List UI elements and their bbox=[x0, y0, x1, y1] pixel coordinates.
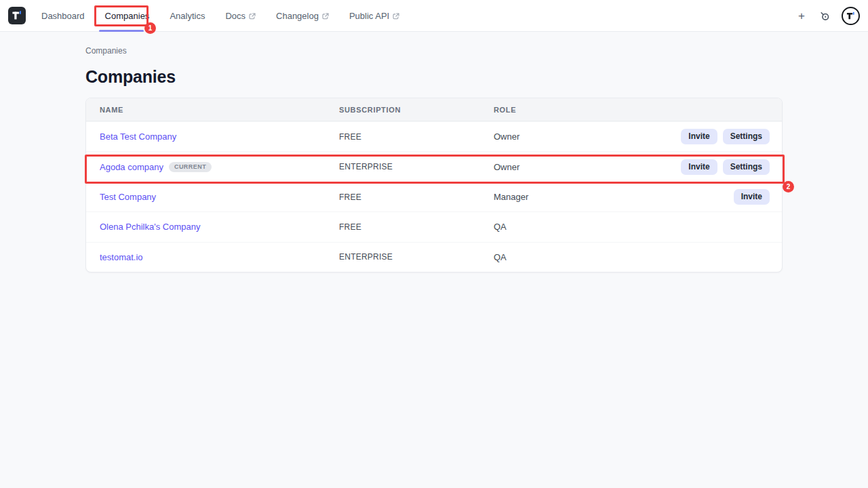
table-header-row: NAME SUBSCRIPTION ROLE bbox=[86, 98, 782, 121]
external-link-icon bbox=[393, 13, 399, 20]
nav-public-api[interactable]: Public API bbox=[349, 0, 399, 32]
company-link[interactable]: Agoda company bbox=[100, 162, 163, 172]
role-value: QA bbox=[494, 252, 770, 262]
settings-button[interactable]: Settings bbox=[723, 159, 770, 175]
invite-button[interactable]: Invite bbox=[681, 129, 717, 144]
table-row: testomat.io ENTERPRISE QA bbox=[86, 242, 782, 272]
nav-changelog-label: Changelog bbox=[276, 0, 319, 32]
column-header-subscription: SUBSCRIPTION bbox=[339, 106, 494, 114]
table-row-current: Agoda company CURRENT ENTERPRISE Owner I… bbox=[86, 151, 782, 181]
subscription-value: FREE bbox=[339, 132, 494, 142]
nav-public-api-label: Public API bbox=[349, 0, 389, 32]
nav-changelog[interactable]: Changelog bbox=[276, 0, 329, 32]
nav-docs-label: Docs bbox=[225, 0, 245, 32]
nav-docs[interactable]: Docs bbox=[225, 0, 256, 32]
role-value: Owner bbox=[494, 162, 681, 172]
nav-analytics[interactable]: Analytics bbox=[170, 0, 205, 32]
subscription-value: ENTERPRISE bbox=[339, 252, 494, 262]
invite-button[interactable]: Invite bbox=[681, 159, 717, 175]
column-header-role: ROLE bbox=[494, 106, 770, 114]
search-icon[interactable] bbox=[818, 10, 831, 22]
role-value: Owner bbox=[494, 131, 681, 142]
external-link-icon bbox=[249, 13, 256, 20]
table-row: Beta Test Company FREE Owner Invite Sett… bbox=[86, 121, 782, 151]
subscription-value: ENTERPRISE bbox=[339, 162, 494, 171]
avatar-logo-icon bbox=[845, 10, 856, 22]
annotation-step-badge: 2 bbox=[783, 181, 794, 192]
column-header-name: NAME bbox=[100, 106, 339, 114]
nav-dashboard[interactable]: Dashboard bbox=[41, 0, 85, 32]
company-link[interactable]: Olena Pchilka's Company bbox=[100, 222, 200, 232]
company-link[interactable]: testomat.io bbox=[100, 252, 143, 262]
breadcrumb[interactable]: Companies bbox=[85, 46, 127, 56]
top-navigation-bar: Dashboard Companies Analytics Docs Chang… bbox=[0, 0, 868, 32]
invite-button[interactable]: Invite bbox=[734, 189, 770, 205]
table-row: Test Company FREE Manager Invite bbox=[86, 182, 782, 211]
primary-nav: Dashboard Companies Analytics Docs Chang… bbox=[41, 0, 399, 32]
app-logo[interactable] bbox=[8, 7, 26, 24]
role-value: Manager bbox=[494, 192, 734, 202]
table-row: Olena Pchilka's Company FREE QA bbox=[86, 211, 782, 241]
company-link[interactable]: Beta Test Company bbox=[100, 131, 176, 142]
topbar-actions: + bbox=[795, 0, 860, 32]
subscription-value: FREE bbox=[339, 192, 494, 202]
external-link-icon bbox=[322, 13, 329, 20]
subscription-value: FREE bbox=[339, 222, 494, 232]
nav-companies[interactable]: Companies bbox=[105, 0, 150, 32]
add-button[interactable]: + bbox=[795, 9, 808, 23]
current-badge: CURRENT bbox=[169, 162, 212, 172]
companies-table: NAME SUBSCRIPTION ROLE Beta Test Company… bbox=[85, 98, 783, 272]
user-avatar[interactable] bbox=[842, 7, 860, 25]
settings-button[interactable]: Settings bbox=[723, 129, 770, 144]
role-value: QA bbox=[494, 222, 770, 232]
page-title: Companies bbox=[85, 67, 176, 87]
company-link[interactable]: Test Company bbox=[100, 192, 156, 202]
active-tab-underline bbox=[99, 30, 144, 32]
testomat-logo-icon bbox=[10, 9, 24, 22]
